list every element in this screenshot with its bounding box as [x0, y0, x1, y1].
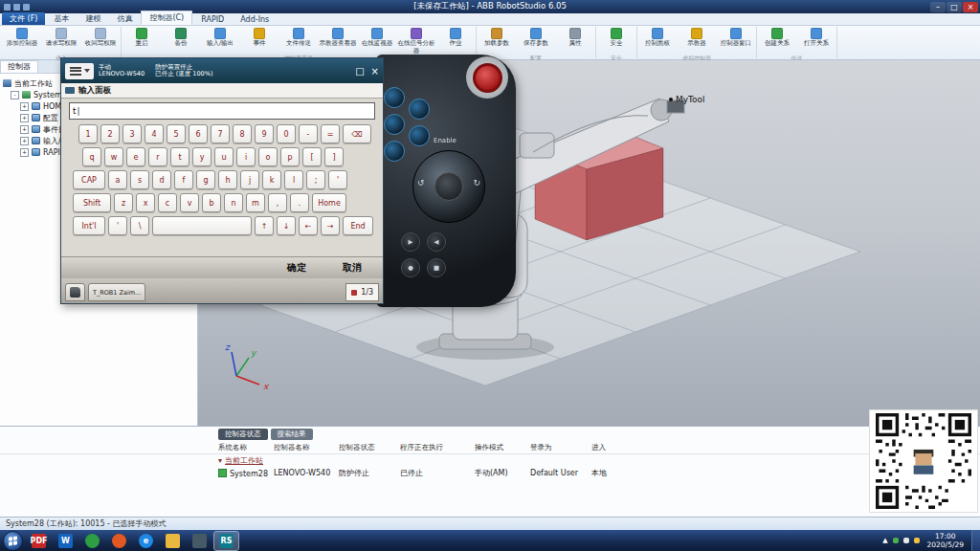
keyboard-key[interactable]: j — [240, 170, 259, 189]
pendant-hard-button[interactable] — [384, 114, 405, 135]
keyboard-key[interactable]: 2 — [100, 124, 120, 143]
maximize-button[interactable]: □ — [947, 2, 962, 12]
tray-icon[interactable] — [903, 538, 909, 543]
keyboard-key[interactable] — [152, 216, 252, 235]
keyboard-key[interactable]: 7 — [211, 124, 230, 143]
keyboard-key[interactable]: h — [218, 170, 237, 189]
keyboard-key[interactable]: p — [280, 147, 300, 166]
ribbon-button[interactable]: 重启 — [122, 27, 161, 55]
ribbon-tab[interactable]: RAPID — [193, 14, 232, 25]
tray-icon[interactable] — [914, 538, 920, 543]
output-tab[interactable]: 搜索结果 — [271, 429, 313, 440]
keyboard-key[interactable]: ↓ — [277, 216, 296, 235]
pendant-program-key[interactable]: ▶ — [401, 232, 420, 252]
taskbar-app-icon[interactable]: PDF — [27, 532, 51, 550]
show-desktop-button[interactable] — [971, 530, 980, 551]
taskbar-app-icon[interactable]: e — [134, 532, 158, 550]
keyboard-key[interactable]: m — [246, 193, 265, 212]
ribbon-button[interactable]: 控制面板 — [638, 27, 677, 55]
keyboard-key[interactable]: 8 — [233, 124, 252, 143]
pendant-joystick[interactable]: ↺ ↻ — [412, 150, 485, 223]
ribbon-tab[interactable]: 仿真 — [109, 12, 140, 25]
tray-expand-icon[interactable]: ▲ — [882, 537, 887, 544]
keyboard-key[interactable]: Shift — [73, 193, 111, 212]
ribbon-button[interactable]: 收回写权限 — [81, 27, 120, 55]
ribbon-tab[interactable]: 控制器(C) — [141, 11, 192, 25]
keyboard-key[interactable]: → — [321, 216, 340, 235]
keyboard-key[interactable]: CAP — [73, 170, 105, 189]
tray-icon[interactable] — [893, 538, 899, 543]
keyboard-key[interactable]: Home — [312, 193, 346, 212]
ribbon-button[interactable]: 加载参数 — [478, 27, 516, 55]
start-button[interactable] — [3, 531, 23, 551]
pendant-hard-button[interactable] — [384, 87, 405, 108]
quick-access-toolbar[interactable] — [4, 4, 30, 11]
ribbon-button[interactable]: 在线信号分析器 — [397, 27, 435, 55]
ribbon-button[interactable]: 属性 — [556, 27, 594, 55]
keyboard-key[interactable]: ⌫ — [343, 124, 371, 143]
quickset-button[interactable]: 1/3 — [345, 283, 379, 301]
output-tab[interactable]: 控制器状态 — [218, 429, 268, 440]
pendant-hard-button[interactable] — [384, 141, 405, 162]
ribbon-tab[interactable]: 基本 — [46, 12, 77, 25]
tab-controller[interactable]: 控制器 — [0, 60, 38, 73]
close-button[interactable]: × — [963, 2, 978, 12]
keyboard-key[interactable]: [ — [302, 147, 322, 166]
taskbar-clock[interactable]: 17:00 2020/5/29 — [924, 532, 967, 549]
keyboard-key[interactable]: d — [152, 170, 171, 189]
emergency-stop-button[interactable] — [466, 56, 508, 99]
keyboard-key[interactable]: o — [258, 147, 278, 166]
keyboard-key[interactable]: t — [170, 147, 189, 166]
taskbar-app-icon[interactable]: RS — [214, 532, 238, 550]
ribbon-button[interactable]: 示教器查看器 — [319, 27, 357, 55]
taskbar-app-icon[interactable] — [80, 532, 104, 550]
ribbon-button[interactable]: 打开关系 — [797, 27, 835, 55]
cancel-button[interactable]: 取消 — [343, 261, 362, 275]
expand-icon[interactable]: + — [20, 102, 29, 111]
pendant-close-icon[interactable]: × — [371, 66, 379, 77]
keyboard-key[interactable]: \ — [130, 216, 149, 235]
keyboard-key[interactable]: ' — [328, 170, 347, 189]
pendant-hard-button[interactable] — [409, 99, 430, 120]
keyboard-key[interactable]: y — [192, 147, 212, 166]
ok-button[interactable]: 确定 — [287, 261, 306, 275]
station-group-row[interactable]: ▾ 当前工作站 — [0, 454, 980, 467]
pendant-restore-icon[interactable]: □ — [355, 66, 364, 77]
keyboard-key[interactable]: r — [148, 147, 167, 166]
taskbar-app-icon[interactable] — [188, 532, 212, 550]
ribbon-button[interactable]: 事件 — [240, 27, 278, 55]
pendant-program-key[interactable]: ◀ — [427, 232, 446, 252]
keyboard-key[interactable]: 4 — [145, 124, 164, 143]
keyboard-key[interactable]: x — [136, 193, 155, 212]
keyboard-key[interactable]: b — [202, 193, 221, 212]
ribbon-tab[interactable]: 建模 — [78, 12, 108, 25]
keyboard-key[interactable]: n — [224, 193, 243, 212]
pendant-app-button-trob1[interactable]: T_ROB1 Zaim... — [88, 283, 145, 301]
keyboard-key[interactable]: ; — [306, 170, 325, 189]
keyboard-key[interactable]: w — [104, 147, 123, 166]
minimize-button[interactable]: – — [930, 2, 946, 12]
keyboard-key[interactable]: q — [82, 147, 101, 166]
ribbon-button[interactable]: 添加控制器 — [3, 27, 41, 55]
ribbon-button[interactable]: 文件传送 — [279, 27, 318, 55]
keyboard-key[interactable]: 9 — [255, 124, 274, 143]
undo-icon[interactable] — [23, 4, 30, 11]
keyboard-key[interactable]: g — [196, 170, 215, 189]
ribbon-button[interactable]: 创建关系 — [758, 27, 796, 55]
taskbar-app-icon[interactable]: W — [54, 532, 78, 550]
taskbar-app-icon[interactable] — [107, 532, 131, 550]
keyboard-key[interactable]: = — [321, 124, 340, 143]
keyboard-key[interactable]: End — [343, 216, 373, 235]
ribbon-button[interactable]: 控制器窗口 — [717, 27, 755, 55]
expand-icon[interactable]: + — [20, 137, 29, 145]
keyboard-key[interactable]: i — [236, 147, 256, 166]
joystick-knob[interactable] — [434, 172, 463, 201]
keyboard-key[interactable]: l — [284, 170, 303, 189]
keyboard-key[interactable]: u — [214, 147, 234, 166]
keyboard-key[interactable]: 1 — [78, 124, 98, 143]
ribbon-button[interactable]: 请求写权限 — [42, 27, 80, 55]
keyboard-key[interactable]: ' — [108, 216, 127, 235]
ribbon-button[interactable]: 安全 — [597, 27, 635, 55]
ribbon-tab[interactable]: 文件 (F) — [2, 12, 45, 25]
keyboard-key[interactable]: 5 — [167, 124, 186, 143]
